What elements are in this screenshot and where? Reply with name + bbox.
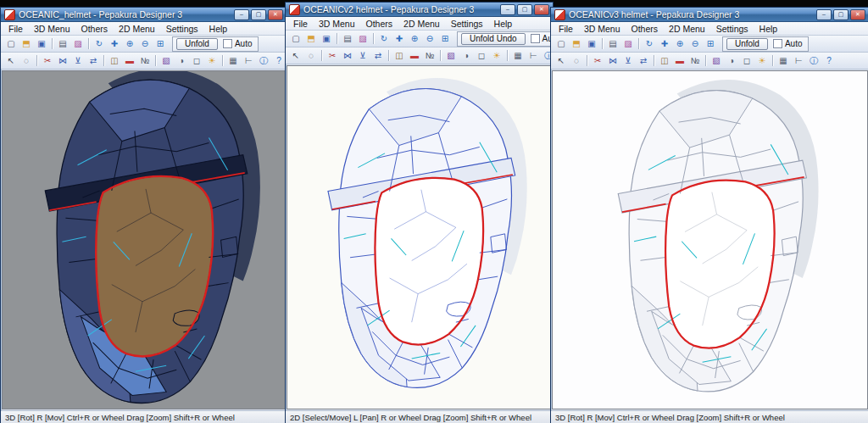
pan-view-icon[interactable]: ✚ xyxy=(107,36,122,51)
lasso-select-icon[interactable]: ◌ xyxy=(569,53,584,68)
rotate-view-icon[interactable]: ↻ xyxy=(376,31,392,46)
menu-file[interactable]: File xyxy=(3,23,28,35)
divide-face-icon[interactable]: ⊻ xyxy=(355,48,370,63)
zoom-out-icon[interactable]: ⊖ xyxy=(422,31,437,46)
flip-part-icon[interactable]: ⇄ xyxy=(86,53,101,68)
close-button[interactable]: ✕ xyxy=(268,9,283,20)
minimize-button[interactable]: – xyxy=(816,9,832,20)
edge-number-icon[interactable]: № xyxy=(422,48,437,63)
shading-icon[interactable]: ◑ xyxy=(174,53,189,68)
flap-toggle-icon[interactable]: ◫ xyxy=(657,53,672,68)
flip-part-icon[interactable]: ⇄ xyxy=(370,48,386,63)
join-edge-icon[interactable]: ⋈ xyxy=(340,48,355,63)
zoom-out-icon[interactable]: ⊖ xyxy=(687,36,703,51)
divide-face-icon[interactable]: ⊻ xyxy=(620,53,636,68)
wireframe-icon[interactable]: ◻ xyxy=(739,53,754,68)
grid-icon[interactable]: ▦ xyxy=(510,48,526,63)
zoom-in-icon[interactable]: ⊕ xyxy=(122,36,137,51)
flap-toggle-icon[interactable]: ◫ xyxy=(107,53,122,68)
auto-option[interactable]: Auto xyxy=(773,39,803,48)
print-icon[interactable]: ▤ xyxy=(340,31,355,46)
auto-checkbox[interactable] xyxy=(531,34,540,43)
edge-color-icon[interactable]: ▬ xyxy=(122,53,137,68)
titlebar[interactable]: OCEANICv3 helmet - Pepakura Designer 3 –… xyxy=(551,8,868,22)
grid-icon[interactable]: ▦ xyxy=(776,53,791,68)
zoom-fit-icon[interactable]: ⊞ xyxy=(703,36,718,51)
menu-3d[interactable]: 3D Menu xyxy=(579,23,626,35)
light-icon[interactable]: ☀ xyxy=(489,48,504,63)
maximize-button[interactable]: ▢ xyxy=(517,4,532,15)
select-icon[interactable]: ↖ xyxy=(288,48,303,63)
unfold-button[interactable]: Unfold xyxy=(726,38,768,50)
menu-help[interactable]: Help xyxy=(489,18,518,30)
zoom-in-icon[interactable]: ⊕ xyxy=(672,36,687,51)
menu-settings[interactable]: Settings xyxy=(711,23,754,35)
texture-view-icon[interactable]: ▧ xyxy=(159,53,174,68)
texture-view-icon[interactable]: ▧ xyxy=(443,48,459,63)
texture-icon[interactable]: ▨ xyxy=(355,31,370,46)
zoom-out-icon[interactable]: ⊖ xyxy=(137,36,153,51)
app-window[interactable]: OCEANICv3 helmet - Pepakura Designer 3 –… xyxy=(550,7,868,423)
cut-edge-icon[interactable]: ✂ xyxy=(40,53,55,68)
menu-2d[interactable]: 2D Menu xyxy=(398,18,445,30)
flip-part-icon[interactable]: ⇄ xyxy=(636,53,651,68)
auto-checkbox[interactable] xyxy=(773,39,782,48)
maximize-button[interactable]: ▢ xyxy=(833,9,849,20)
cut-edge-icon[interactable]: ✂ xyxy=(325,48,340,63)
join-edge-icon[interactable]: ⋈ xyxy=(605,53,620,68)
close-button[interactable]: ✕ xyxy=(850,9,865,20)
open-icon[interactable]: ⬒ xyxy=(19,36,34,51)
open-icon[interactable]: ⬒ xyxy=(569,36,584,51)
print-icon[interactable]: ▤ xyxy=(605,36,620,51)
help-icon[interactable]: ? xyxy=(821,53,837,68)
menu-others[interactable]: Others xyxy=(76,23,114,35)
menu-settings[interactable]: Settings xyxy=(446,18,488,30)
zoom-in-icon[interactable]: ⊕ xyxy=(407,31,422,46)
info-icon[interactable]: ⓘ xyxy=(256,53,271,68)
lasso-select-icon[interactable]: ◌ xyxy=(303,48,319,63)
titlebar[interactable]: OCEANIC_helmet - Pepakura Designer 3 – ▢… xyxy=(1,8,287,22)
unfold-button[interactable]: Unfold xyxy=(176,38,218,50)
light-icon[interactable]: ☀ xyxy=(204,53,220,68)
edge-color-icon[interactable]: ▬ xyxy=(407,48,422,63)
menu-help[interactable]: Help xyxy=(204,23,233,35)
new-file-icon[interactable]: ▢ xyxy=(3,36,19,51)
wireframe-icon[interactable]: ◻ xyxy=(474,48,489,63)
viewport-3d[interactable] xyxy=(552,70,868,409)
minimize-button[interactable]: – xyxy=(234,9,249,20)
menu-3d[interactable]: 3D Menu xyxy=(314,18,360,30)
menu-3d[interactable]: 3D Menu xyxy=(29,23,75,35)
select-icon[interactable]: ↖ xyxy=(3,53,19,68)
save-icon[interactable]: ▣ xyxy=(319,31,334,46)
edge-color-icon[interactable]: ▬ xyxy=(672,53,687,68)
maximize-button[interactable]: ▢ xyxy=(251,9,266,20)
menu-2d[interactable]: 2D Menu xyxy=(664,23,710,35)
flap-toggle-icon[interactable]: ◫ xyxy=(392,48,407,63)
menu-file[interactable]: File xyxy=(288,18,313,30)
menu-2d[interactable]: 2D Menu xyxy=(114,23,160,35)
edge-number-icon[interactable]: № xyxy=(687,53,703,68)
measure-icon[interactable]: ⊢ xyxy=(241,53,256,68)
measure-icon[interactable]: ⊢ xyxy=(791,53,806,68)
zoom-fit-icon[interactable]: ⊞ xyxy=(153,36,168,51)
shading-icon[interactable]: ◑ xyxy=(724,53,739,68)
shading-icon[interactable]: ◑ xyxy=(459,48,474,63)
auto-checkbox[interactable] xyxy=(223,39,232,48)
menu-others[interactable]: Others xyxy=(626,23,664,35)
join-edge-icon[interactable]: ⋈ xyxy=(55,53,70,68)
menu-settings[interactable]: Settings xyxy=(161,23,203,35)
zoom-fit-icon[interactable]: ⊞ xyxy=(437,31,453,46)
save-icon[interactable]: ▣ xyxy=(584,36,599,51)
pan-view-icon[interactable]: ✚ xyxy=(657,36,672,51)
menu-others[interactable]: Others xyxy=(361,18,398,30)
wireframe-icon[interactable]: ◻ xyxy=(189,53,204,68)
grid-icon[interactable]: ▦ xyxy=(225,53,241,68)
lasso-select-icon[interactable]: ◌ xyxy=(19,53,34,68)
light-icon[interactable]: ☀ xyxy=(754,53,770,68)
new-file-icon[interactable]: ▢ xyxy=(554,36,569,51)
texture-view-icon[interactable]: ▧ xyxy=(709,53,724,68)
cut-edge-icon[interactable]: ✂ xyxy=(590,53,605,68)
divide-face-icon[interactable]: ⊻ xyxy=(70,53,86,68)
print-icon[interactable]: ▤ xyxy=(55,36,70,51)
menu-file[interactable]: File xyxy=(554,23,578,35)
